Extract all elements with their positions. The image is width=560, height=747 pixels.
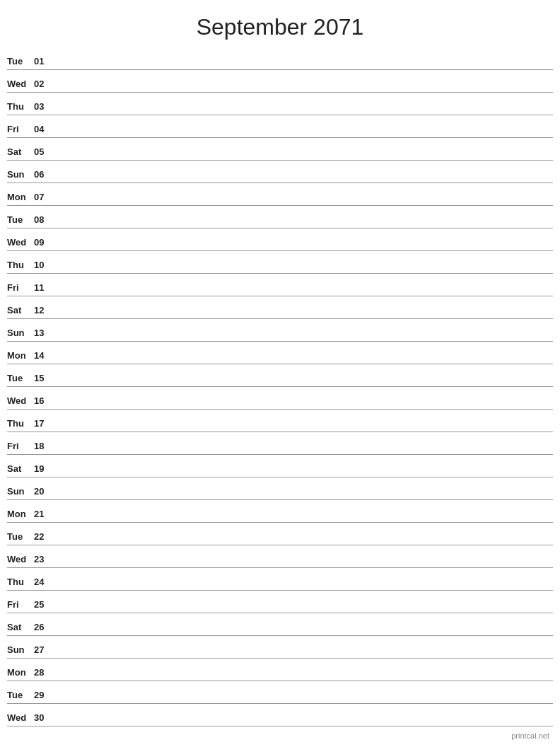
day-number: 26 xyxy=(34,622,54,634)
day-line xyxy=(54,452,553,453)
day-name: Sun xyxy=(7,486,34,498)
day-number: 27 xyxy=(34,644,54,656)
day-line xyxy=(54,203,553,204)
day-number: 18 xyxy=(34,441,54,453)
day-line xyxy=(54,384,553,385)
day-number: 09 xyxy=(34,237,54,249)
day-name: Tue xyxy=(7,531,34,543)
day-line xyxy=(54,316,553,317)
day-row: Wed16 xyxy=(7,387,553,410)
day-row: Tue22 xyxy=(7,523,553,545)
day-name: Mon xyxy=(7,667,34,679)
day-name: Tue xyxy=(7,214,34,226)
day-row: Sun20 xyxy=(7,477,553,500)
day-number: 22 xyxy=(34,531,54,543)
day-number: 05 xyxy=(34,146,54,158)
day-row: Mon21 xyxy=(7,500,553,523)
day-number: 21 xyxy=(34,509,54,521)
day-line xyxy=(54,158,553,158)
day-line xyxy=(54,520,553,521)
day-line xyxy=(54,678,553,679)
day-number: 28 xyxy=(34,667,54,679)
day-number: 30 xyxy=(34,712,54,724)
day-line xyxy=(54,226,553,226)
day-row: Mon14 xyxy=(7,342,553,364)
day-number: 24 xyxy=(34,577,54,589)
day-number: 02 xyxy=(34,79,54,91)
day-name: Wed xyxy=(7,237,34,249)
day-row: Thu24 xyxy=(7,568,553,591)
day-name: Tue xyxy=(7,690,34,702)
day-name: Sun xyxy=(7,644,34,656)
day-name: Fri xyxy=(7,124,34,136)
day-name: Sun xyxy=(7,328,34,340)
day-number: 15 xyxy=(34,373,54,385)
day-line xyxy=(54,656,553,656)
day-line xyxy=(54,565,553,566)
day-name: Thu xyxy=(7,260,34,272)
day-number: 06 xyxy=(34,169,54,181)
day-number: 13 xyxy=(34,328,54,340)
day-name: Fri xyxy=(7,599,34,611)
day-name: Thu xyxy=(7,577,34,589)
day-line xyxy=(54,610,553,611)
day-row: Thu10 xyxy=(7,251,553,274)
day-number: 16 xyxy=(34,395,54,407)
day-row: Mon28 xyxy=(7,659,553,681)
day-row: Wed09 xyxy=(7,228,553,251)
day-name: Mon xyxy=(7,350,34,362)
day-row: Thu17 xyxy=(7,410,553,432)
day-row: Sat26 xyxy=(7,613,553,636)
day-row: Sun27 xyxy=(7,636,553,659)
day-row: Sat12 xyxy=(7,296,553,319)
day-name: Sun xyxy=(7,169,34,181)
day-line xyxy=(54,429,553,430)
day-number: 29 xyxy=(34,690,54,702)
day-number: 04 xyxy=(34,124,54,136)
day-line xyxy=(54,294,553,294)
day-line xyxy=(54,475,553,475)
day-name: Sat xyxy=(7,622,34,634)
day-row: Tue08 xyxy=(7,206,553,228)
day-line xyxy=(54,67,553,68)
day-name: Thu xyxy=(7,101,34,113)
day-row: Wed02 xyxy=(7,70,553,93)
day-name: Tue xyxy=(7,56,34,68)
day-number: 23 xyxy=(34,554,54,566)
day-name: Sat xyxy=(7,463,34,475)
day-name: Wed xyxy=(7,712,34,724)
day-name: Wed xyxy=(7,79,34,91)
day-number: 19 xyxy=(34,463,54,475)
day-number: 17 xyxy=(34,418,54,430)
day-row: Tue15 xyxy=(7,364,553,387)
day-row: Wed23 xyxy=(7,545,553,568)
day-name: Fri xyxy=(7,282,34,294)
day-number: 20 xyxy=(34,486,54,498)
page-title: September 2071 xyxy=(0,0,560,47)
day-name: Mon xyxy=(7,192,34,204)
day-row: Sun06 xyxy=(7,161,553,183)
day-name: Mon xyxy=(7,509,34,521)
day-row: Fri18 xyxy=(7,432,553,455)
day-row: Sun13 xyxy=(7,319,553,342)
day-name: Fri xyxy=(7,441,34,453)
day-row: Sat05 xyxy=(7,138,553,161)
day-number: 10 xyxy=(34,260,54,272)
day-row: Mon07 xyxy=(7,183,553,206)
day-line xyxy=(54,724,553,724)
day-line xyxy=(54,543,553,543)
day-number: 01 xyxy=(34,56,54,68)
day-number: 03 xyxy=(34,101,54,113)
day-number: 25 xyxy=(34,599,54,611)
day-line xyxy=(54,271,553,272)
footer-credit: printcal.net xyxy=(511,731,549,740)
day-name: Tue xyxy=(7,373,34,385)
day-name: Wed xyxy=(7,554,34,566)
day-name: Sat xyxy=(7,146,34,158)
calendar-grid: Tue01Wed02Thu03Fri04Sat05Sun06Mon07Tue08… xyxy=(0,47,560,726)
day-row: Fri11 xyxy=(7,274,553,296)
day-row: Fri04 xyxy=(7,115,553,138)
day-line xyxy=(54,135,553,136)
day-line xyxy=(54,407,553,407)
day-line xyxy=(54,701,553,702)
